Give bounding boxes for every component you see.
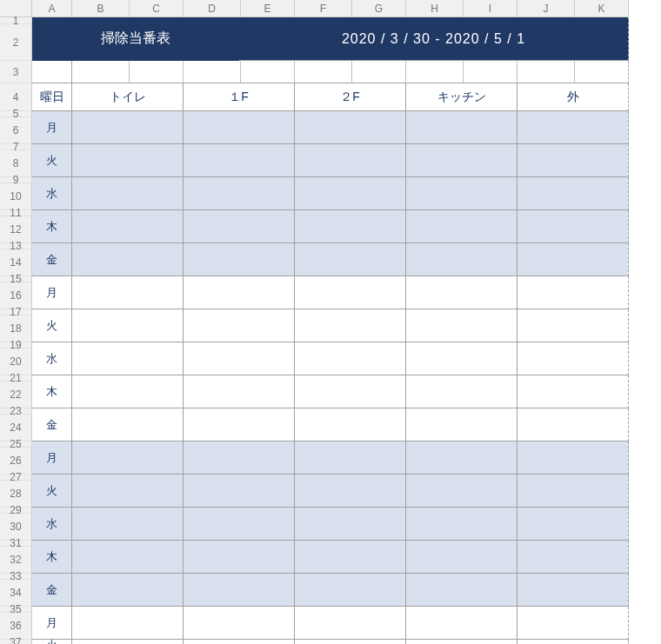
row-header-5[interactable]: 5	[0, 111, 32, 117]
cell-10-3[interactable]	[406, 442, 517, 475]
header-col3[interactable]: ２F	[295, 83, 406, 111]
row-header-27[interactable]: 27	[0, 475, 32, 481]
cell-12-1[interactable]	[184, 508, 295, 541]
row-header-31[interactable]: 31	[0, 541, 32, 547]
r3-K[interactable]	[575, 61, 629, 83]
row-header-3[interactable]: 3	[0, 61, 32, 83]
cell-16-3[interactable]	[406, 640, 517, 644]
cell-8-0[interactable]	[72, 375, 184, 408]
cell-11-2[interactable]	[295, 475, 406, 508]
cell-16-2[interactable]	[295, 640, 406, 644]
cell-15-0[interactable]	[72, 607, 184, 640]
cell-5-4[interactable]	[517, 276, 629, 309]
cell-2-0[interactable]	[72, 177, 184, 210]
cell-4-1[interactable]	[184, 243, 295, 276]
row-header-13[interactable]: 13	[0, 243, 32, 249]
cell-6-1[interactable]	[184, 309, 295, 342]
cell-14-4[interactable]	[517, 574, 629, 607]
cell-2-3[interactable]	[406, 177, 517, 210]
row-header-11[interactable]: 11	[0, 210, 32, 216]
cell-11-1[interactable]	[184, 475, 295, 508]
header-col2[interactable]: １F	[184, 83, 295, 111]
cell-14-2[interactable]	[295, 574, 406, 607]
cell-12-3[interactable]	[406, 508, 517, 541]
cell-8-2[interactable]	[295, 375, 406, 408]
cell-10-4[interactable]	[517, 442, 629, 475]
day-11[interactable]: 火	[32, 475, 72, 508]
header-day[interactable]: 曜日	[32, 83, 72, 111]
cell-14-0[interactable]	[72, 574, 184, 607]
r3-6[interactable]	[406, 61, 464, 83]
cell-15-1[interactable]	[184, 607, 295, 640]
r3-2[interactable]	[184, 61, 241, 83]
cell-9-3[interactable]	[406, 408, 517, 442]
day-10[interactable]: 月	[32, 442, 72, 475]
cell-6-0[interactable]	[72, 309, 184, 342]
cell-3-0[interactable]	[72, 210, 184, 243]
cell-1-3[interactable]	[406, 144, 517, 177]
cell-8-1[interactable]	[184, 375, 295, 408]
cell-5-2[interactable]	[295, 276, 406, 309]
cell-1-2[interactable]	[295, 144, 406, 177]
cell-15-4[interactable]	[517, 607, 629, 640]
row-header-17[interactable]: 17	[0, 309, 32, 315]
cell-0-0[interactable]	[72, 111, 184, 144]
row-header-19[interactable]: 19	[0, 342, 32, 349]
title-cell[interactable]: 掃除当番表	[32, 17, 239, 61]
cell-14-3[interactable]	[406, 574, 517, 607]
cell-11-3[interactable]	[406, 475, 517, 508]
col-header-D[interactable]: D	[184, 0, 241, 17]
col-header-I[interactable]: I	[464, 0, 517, 17]
row-header-21[interactable]: 21	[0, 375, 32, 382]
day-1[interactable]: 火	[32, 144, 72, 177]
cell-6-3[interactable]	[406, 309, 517, 342]
cell-15-2[interactable]	[295, 607, 406, 640]
cell-10-2[interactable]	[295, 442, 406, 475]
cell-5-0[interactable]	[72, 276, 184, 309]
r3-8[interactable]	[517, 61, 575, 83]
day-8[interactable]: 木	[32, 375, 72, 408]
r3-3[interactable]	[241, 61, 295, 83]
cell-3-2[interactable]	[295, 210, 406, 243]
date-range-cell[interactable]: 2020 / 3 / 30 - 2020 / 5 / 1	[239, 17, 629, 61]
cell-4-2[interactable]	[295, 243, 406, 276]
header-col5[interactable]: 外	[517, 83, 629, 111]
cell-15-3[interactable]	[406, 607, 517, 640]
day-3[interactable]: 木	[32, 210, 72, 243]
cell-12-2[interactable]	[295, 508, 406, 541]
cell-5-3[interactable]	[406, 276, 517, 309]
col-header-C[interactable]: C	[130, 0, 184, 17]
day-12[interactable]: 水	[32, 508, 72, 541]
row-header-15[interactable]: 15	[0, 276, 32, 282]
cell-9-4[interactable]	[517, 408, 629, 442]
cell-9-2[interactable]	[295, 408, 406, 442]
row-header-25[interactable]: 25	[0, 442, 32, 448]
cell-7-4[interactable]	[517, 342, 629, 375]
cell-13-2[interactable]	[295, 541, 406, 574]
col-header-J[interactable]: J	[517, 0, 575, 17]
cell-10-0[interactable]	[72, 442, 184, 475]
cell-8-4[interactable]	[517, 375, 629, 408]
r3-5[interactable]	[352, 61, 406, 83]
day-0[interactable]: 月	[32, 111, 72, 144]
day-16[interactable]: 火	[32, 640, 72, 644]
r3-1[interactable]	[130, 61, 184, 83]
cell-7-0[interactable]	[72, 342, 184, 375]
r3-4[interactable]	[295, 61, 352, 83]
row-header-37[interactable]: 37	[0, 640, 32, 644]
cell-13-3[interactable]	[406, 541, 517, 574]
day-7[interactable]: 水	[32, 342, 72, 375]
row-header-2[interactable]: 2	[0, 24, 32, 61]
row-header-29[interactable]: 29	[0, 508, 32, 514]
cell-8-3[interactable]	[406, 375, 517, 408]
cell-7-1[interactable]	[184, 342, 295, 375]
row-header-23[interactable]: 23	[0, 408, 32, 415]
row-header-1[interactable]: 1	[0, 17, 32, 24]
cell-9-0[interactable]	[72, 408, 184, 442]
cell-10-1[interactable]	[184, 442, 295, 475]
cell-1-0[interactable]	[72, 144, 184, 177]
cell-11-0[interactable]	[72, 475, 184, 508]
day-5[interactable]: 月	[32, 276, 72, 309]
day-14[interactable]: 金	[32, 574, 72, 607]
day-2[interactable]: 水	[32, 177, 72, 210]
